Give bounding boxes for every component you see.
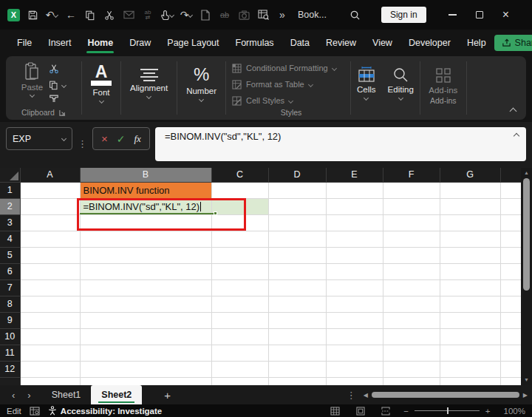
cell-D3[interactable] bbox=[268, 214, 326, 231]
cell-C12[interactable] bbox=[211, 361, 268, 377]
save-icon[interactable] bbox=[26, 8, 39, 21]
cell-C9[interactable] bbox=[211, 312, 268, 328]
accessibility-status[interactable]: Accessibility: Investigate bbox=[48, 406, 162, 416]
column-header-D[interactable]: D bbox=[268, 168, 326, 182]
drag-dots-icon[interactable]: ⋮ bbox=[78, 138, 87, 149]
sheet-table[interactable]: ABCDEFG1BINOM.INV function2=BINOM.INV("s… bbox=[0, 168, 521, 385]
touch-mode-dropdown-icon[interactable] bbox=[169, 12, 174, 17]
cell-G5[interactable] bbox=[440, 247, 500, 263]
cell-F8[interactable] bbox=[383, 296, 440, 312]
cell-H13[interactable] bbox=[500, 377, 521, 385]
maximize-button[interactable] bbox=[476, 11, 483, 18]
excel-logo-icon[interactable]: X bbox=[7, 9, 20, 21]
cell-C6[interactable] bbox=[211, 263, 268, 279]
row-header-12[interactable]: 12 bbox=[0, 361, 20, 377]
cell-A13[interactable] bbox=[20, 377, 80, 385]
cell-H8[interactable] bbox=[500, 296, 521, 312]
paste-button[interactable]: Paste bbox=[21, 62, 43, 106]
tab-view[interactable]: View bbox=[364, 34, 400, 52]
cell-F7[interactable] bbox=[383, 279, 440, 296]
cell-D12[interactable] bbox=[268, 361, 326, 377]
tab-developer[interactable]: Developer bbox=[400, 34, 459, 52]
touch-mode-icon[interactable] bbox=[160, 8, 174, 21]
tab-page-layout[interactable]: Page Layout bbox=[159, 34, 227, 52]
cut-icon[interactable] bbox=[103, 8, 116, 21]
cell-G1[interactable] bbox=[440, 182, 500, 198]
format-painter-button[interactable] bbox=[49, 93, 66, 106]
cell-A1[interactable] bbox=[20, 182, 80, 198]
macro-record-icon[interactable] bbox=[30, 407, 40, 416]
sheet-tab-sheet2[interactable]: Sheet2 bbox=[91, 385, 142, 404]
row-header-10[interactable]: 10 bbox=[0, 328, 20, 345]
cell-B9[interactable] bbox=[80, 312, 211, 328]
cell-mode-indicator[interactable]: Edit bbox=[7, 407, 21, 416]
cell-D10[interactable] bbox=[268, 328, 326, 345]
font-button[interactable]: A Font bbox=[82, 56, 120, 109]
cell-E6[interactable] bbox=[326, 263, 383, 279]
cell-A3[interactable] bbox=[20, 214, 80, 231]
vertical-scrollbar[interactable]: ▲ ▼ bbox=[521, 168, 532, 385]
cell-G9[interactable] bbox=[440, 312, 500, 328]
cell-F4[interactable] bbox=[383, 231, 440, 247]
name-box-dropdown-icon[interactable] bbox=[61, 136, 66, 141]
redo-dropdown-icon[interactable] bbox=[188, 12, 193, 17]
vertical-scroll-thumb[interactable] bbox=[523, 178, 530, 291]
tab-draw[interactable]: Draw bbox=[121, 34, 159, 52]
cell-E7[interactable] bbox=[326, 279, 383, 296]
cell-H2[interactable] bbox=[500, 198, 521, 214]
search-icon[interactable] bbox=[349, 8, 362, 21]
close-button[interactable]: × bbox=[502, 8, 509, 21]
alignment-button[interactable]: Alignment bbox=[121, 56, 177, 109]
page-layout-view-icon[interactable] bbox=[356, 407, 365, 416]
cell-E3[interactable] bbox=[326, 214, 383, 231]
cell-G6[interactable] bbox=[440, 263, 500, 279]
row-header-2[interactable]: 2 bbox=[0, 198, 20, 214]
cell-D11[interactable] bbox=[268, 345, 326, 361]
cell-H7[interactable] bbox=[500, 279, 521, 296]
cell-H6[interactable] bbox=[500, 263, 521, 279]
editing-button[interactable]: Editing bbox=[382, 56, 420, 109]
undo-dropdown-icon[interactable] bbox=[53, 12, 58, 17]
row-header-13[interactable] bbox=[0, 377, 20, 385]
zoom-level[interactable]: 100% bbox=[504, 407, 525, 416]
share-button[interactable]: Share bbox=[494, 35, 532, 51]
cell-G4[interactable] bbox=[440, 231, 500, 247]
cut-button[interactable] bbox=[49, 64, 66, 77]
cell-H9[interactable] bbox=[500, 312, 521, 328]
horizontal-scroll-thumb[interactable] bbox=[372, 392, 519, 398]
cell-G12[interactable] bbox=[440, 361, 500, 377]
cancel-icon[interactable]: × bbox=[101, 133, 108, 144]
cell-E12[interactable] bbox=[326, 361, 383, 377]
copy-dropdown-icon[interactable] bbox=[61, 82, 66, 87]
cell-E1[interactable] bbox=[326, 182, 383, 198]
cell-C4[interactable] bbox=[211, 231, 268, 247]
cell-H5[interactable] bbox=[500, 247, 521, 263]
enter-icon[interactable]: ✓ bbox=[117, 134, 126, 144]
cell-E9[interactable] bbox=[326, 312, 383, 328]
cell-C3[interactable] bbox=[211, 214, 268, 231]
cell-B7[interactable] bbox=[80, 279, 211, 296]
cell-G3[interactable] bbox=[440, 214, 500, 231]
cell-E10[interactable] bbox=[326, 328, 383, 345]
cell-B13[interactable] bbox=[80, 377, 211, 385]
zoom-slider[interactable] bbox=[415, 410, 480, 411]
cell-H1[interactable] bbox=[500, 182, 521, 198]
cell-F6[interactable] bbox=[383, 263, 440, 279]
cell-B6[interactable] bbox=[80, 263, 211, 279]
cell-G2[interactable] bbox=[440, 198, 500, 214]
row-header-6[interactable]: 6 bbox=[0, 263, 20, 279]
cell-F1[interactable] bbox=[383, 182, 440, 198]
cell-H4[interactable] bbox=[500, 231, 521, 247]
tab-options-icon[interactable]: ⋮ bbox=[347, 390, 356, 401]
cell-D6[interactable] bbox=[268, 263, 326, 279]
page-break-view-icon[interactable] bbox=[381, 407, 390, 416]
cell-D2[interactable] bbox=[268, 198, 326, 214]
zoom-out-icon[interactable]: − bbox=[403, 407, 409, 416]
cell-H12[interactable] bbox=[500, 361, 521, 377]
formula-bar-collapse-icon[interactable] bbox=[514, 133, 519, 139]
cell-D5[interactable] bbox=[268, 247, 326, 263]
insert-function-icon[interactable]: fx bbox=[134, 133, 141, 145]
row-header-3[interactable]: 3 bbox=[0, 214, 20, 231]
cell-E4[interactable] bbox=[326, 231, 383, 247]
cell-G13[interactable] bbox=[440, 377, 500, 385]
